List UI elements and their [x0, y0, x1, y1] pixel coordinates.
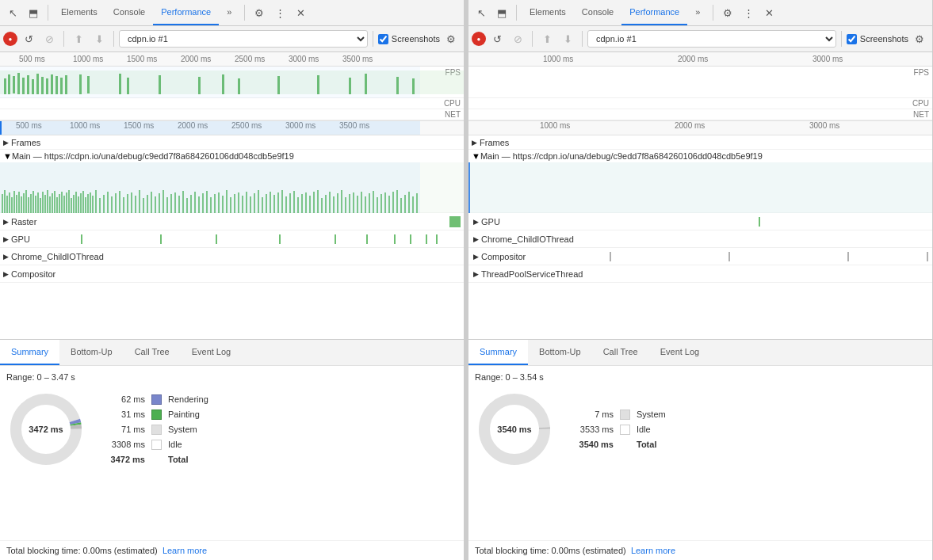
- compositor-text-left: Compositor: [11, 269, 55, 279]
- more-icon-right[interactable]: ⋮: [739, 3, 758, 22]
- main-label-left[interactable]: ▼ Main — https://cdpn.io/una/debug/c9edd…: [3, 151, 294, 161]
- left-summary-tabs: Summary Bottom-Up Call Tree Event Log: [0, 340, 464, 366]
- frames-arrow-right: ▶: [472, 139, 477, 147]
- tab-elements-right[interactable]: Elements: [522, 0, 574, 25]
- download-button-left[interactable]: ⬇: [90, 29, 109, 48]
- gpu-label-left[interactable]: ▶ GPU: [0, 233, 33, 246]
- idle-name-right: Idle: [637, 425, 651, 434]
- compositor-label-right[interactable]: ▶ Compositor: [468, 252, 530, 261]
- tab-elements-left[interactable]: Elements: [53, 0, 105, 25]
- raster-label-left[interactable]: ▶ Raster: [0, 215, 40, 228]
- download-button-right[interactable]: ⬇: [558, 29, 577, 48]
- reload-button-left[interactable]: ↺: [19, 29, 38, 48]
- reload-button-right[interactable]: ↺: [488, 29, 507, 48]
- screenshots-label-right: Screenshots: [860, 34, 908, 44]
- system-name-right: System: [637, 410, 666, 419]
- dock-icon-right[interactable]: ⬒: [492, 3, 511, 22]
- controls-divider-3: [373, 31, 373, 47]
- learn-more-link-left[interactable]: Learn more: [163, 546, 207, 555]
- net-row-right: NET: [468, 109, 932, 120]
- svg-rect-169: [468, 162, 470, 213]
- stop-button-left[interactable]: ⊘: [40, 29, 59, 48]
- gpu-label-right[interactable]: ▶ GPU: [468, 217, 505, 227]
- cpu-row-left: CPU: [0, 98, 464, 109]
- blocking-text-right: Total blocking time: 0.00ms (estimated): [475, 546, 626, 555]
- dock-icon[interactable]: ⬒: [24, 3, 43, 22]
- right-summary-area: Summary Bottom-Up Call Tree Event Log Ra…: [468, 339, 932, 560]
- summary-tab-calltree-right[interactable]: Call Tree: [592, 340, 649, 365]
- fps-row-right: FPS: [468, 67, 932, 98]
- frames-content-left: [44, 135, 464, 149]
- frames-label-left[interactable]: ▶ Frames: [0, 136, 44, 149]
- screenshots-toggle-right[interactable]: Screenshots: [847, 34, 908, 44]
- summary-tab-bottomup-right[interactable]: Bottom-Up: [528, 340, 592, 365]
- url-select-right[interactable]: cdpn.io #1: [587, 30, 836, 48]
- fps-row-left: FPS: [0, 67, 464, 98]
- raster-arrow-left: ▶: [3, 218, 9, 226]
- summary-tab-bottomup-left[interactable]: Bottom-Up: [59, 340, 124, 365]
- cpu-row-right: CPU: [468, 98, 932, 109]
- record-button-right[interactable]: ●: [472, 32, 486, 46]
- svg-rect-157: [335, 234, 336, 244]
- net-label-left: NET: [445, 110, 461, 119]
- child-io-content-right: [579, 230, 932, 248]
- legend-item-system-right: 7 ms System: [570, 410, 666, 420]
- record-button-left[interactable]: ●: [3, 32, 17, 46]
- close-icon-left[interactable]: ✕: [291, 3, 310, 22]
- main-label-right[interactable]: ▼ Main — https://cdpn.io/una/debug/c9edd…: [472, 151, 763, 161]
- upload-button-right[interactable]: ⬆: [537, 29, 556, 48]
- screenshots-checkbox-left[interactable]: [378, 34, 388, 44]
- summary-tab-calltree-left[interactable]: Call Tree: [124, 340, 181, 365]
- frames-label-right[interactable]: ▶ Frames: [468, 136, 512, 149]
- rendering-value-left: 62 ms: [101, 394, 145, 404]
- frames-arrow-left: ▶: [3, 139, 9, 147]
- tick-2000-right: 2000 ms: [678, 55, 708, 63]
- svg-rect-153: [81, 234, 82, 244]
- tab-console-right[interactable]: Console: [574, 0, 621, 25]
- toolbar-divider-right: [516, 5, 517, 21]
- summary-tab-eventlog-right[interactable]: Event Log: [649, 340, 711, 365]
- summary-tab-eventlog-left[interactable]: Event Log: [181, 340, 243, 365]
- tab-more-right[interactable]: »: [687, 0, 708, 25]
- child-io-label-right[interactable]: ▶ Chrome_ChildIOThread: [468, 234, 579, 244]
- screenshots-checkbox-right[interactable]: [847, 34, 857, 44]
- settings-icon-left[interactable]: ⚙: [442, 29, 461, 48]
- left-tab-bar: Elements Console Performance »: [53, 0, 239, 25]
- svg-rect-162: [436, 234, 438, 244]
- cursor-icon[interactable]: ↖: [3, 3, 22, 22]
- tab-more-left[interactable]: »: [219, 0, 239, 25]
- upload-button-left[interactable]: ⬆: [69, 29, 88, 48]
- gear-icon-left[interactable]: ⚙: [250, 3, 269, 22]
- compositor-label-left[interactable]: ▶ Compositor: [0, 268, 59, 280]
- child-io-label-left[interactable]: ▶ Chrome_ChildIOThread: [0, 250, 107, 263]
- blocking-time-left: Total blocking time: 0.00ms (estimated) …: [0, 540, 464, 560]
- compositor-track-left: ▶ Compositor: [0, 265, 464, 283]
- settings-icon-right[interactable]: ⚙: [910, 29, 929, 48]
- more-icon-left[interactable]: ⋮: [270, 3, 289, 22]
- svg-rect-170: [759, 217, 760, 227]
- screenshots-toggle-left[interactable]: Screenshots: [378, 34, 440, 44]
- url-select-left[interactable]: cdpn.io #1: [119, 30, 368, 48]
- close-icon-right[interactable]: ✕: [759, 3, 778, 22]
- threadpool-content-right: [587, 265, 932, 283]
- learn-more-link-right[interactable]: Learn more: [631, 546, 675, 555]
- svg-rect-160: [410, 234, 411, 244]
- total-name-right: Total: [637, 440, 656, 449]
- idle-color-left: [151, 440, 162, 450]
- threadpool-label-right[interactable]: ▶ ThreadPoolServiceThread: [468, 269, 587, 279]
- summary-tab-summary-right[interactable]: Summary: [468, 340, 528, 365]
- tab-console-left[interactable]: Console: [105, 0, 153, 25]
- cursor-icon-right[interactable]: ↖: [472, 3, 491, 22]
- child-io-text-right: Chrome_ChildIOThread: [481, 234, 574, 244]
- tab-performance-right[interactable]: Performance: [621, 0, 687, 25]
- tab-performance-left[interactable]: Performance: [153, 0, 219, 25]
- legend-item-total-left: 3472 ms Total: [101, 455, 208, 465]
- gear-icon-right[interactable]: ⚙: [718, 3, 737, 22]
- stop-button-right[interactable]: ⊘: [508, 29, 527, 48]
- svg-rect-154: [160, 234, 162, 244]
- tick2-1000-right: 1000 ms: [540, 121, 570, 130]
- compositor-text-right: Compositor: [481, 252, 526, 261]
- raster-text-left: Raster: [11, 217, 36, 227]
- summary-tab-summary-left[interactable]: Summary: [0, 340, 59, 365]
- net-label-right: NET: [913, 110, 929, 119]
